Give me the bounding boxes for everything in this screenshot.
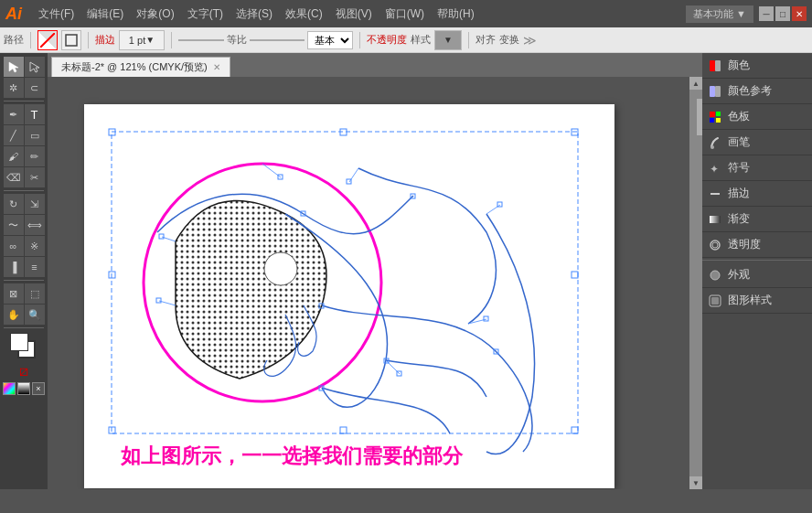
- swatches-icon: [708, 110, 722, 124]
- direct-select-tool[interactable]: [25, 57, 45, 77]
- close-button[interactable]: ✕: [792, 6, 807, 21]
- svg-rect-27: [156, 298, 161, 303]
- panel-stroke[interactable]: 描边: [702, 181, 812, 207]
- panel-transparency[interactable]: 透明度: [702, 232, 812, 258]
- menu-edit[interactable]: 编辑(E): [81, 5, 129, 24]
- stroke-base-select[interactable]: 基本: [307, 31, 353, 49]
- rect-tool[interactable]: ▭: [25, 125, 45, 145]
- svg-rect-21: [484, 316, 488, 321]
- workspace-button[interactable]: 基本功能 ▼: [686, 5, 753, 23]
- slice-tool[interactable]: ⊠: [4, 283, 24, 304]
- tool-row-7: ↻ ⇲: [4, 194, 45, 214]
- scroll-up-button[interactable]: ▲: [689, 77, 702, 90]
- align-label: 对齐: [475, 33, 496, 47]
- menu-view[interactable]: 视图(V): [330, 5, 378, 24]
- style-dropdown[interactable]: ▼: [434, 30, 462, 50]
- artboard-tool[interactable]: ⬚: [25, 283, 45, 304]
- pencil-tool[interactable]: ✏: [25, 146, 45, 166]
- ratio-label: 等比: [227, 33, 247, 47]
- stroke-color-swatch[interactable]: [37, 30, 58, 50]
- stroke-size-dropdown[interactable]: 1 pt ▼: [119, 30, 165, 50]
- svg-line-26: [159, 301, 176, 305]
- width-tool[interactable]: ⟺: [25, 215, 45, 235]
- right-controls: 基本功能 ▼ ─ □ ✕: [686, 5, 807, 23]
- svg-text:✦: ✦: [710, 163, 719, 175]
- menu-text[interactable]: 文字(T): [182, 5, 229, 24]
- gradient-mode-button[interactable]: [17, 382, 30, 395]
- panel-swatches[interactable]: 色板: [702, 104, 812, 130]
- graphic-styles-icon: [708, 294, 722, 308]
- color-mode-button[interactable]: [3, 382, 16, 395]
- tab-label: 未标题-2* @ 121% (CMYK/预览): [61, 60, 208, 74]
- rotate-tool[interactable]: ↻: [4, 194, 24, 214]
- menu-window[interactable]: 窗口(W): [379, 5, 430, 24]
- tool-row-3: ✒ T: [4, 104, 45, 124]
- symbol-tool[interactable]: ※: [25, 236, 45, 256]
- panel-color-label: 颜色: [728, 58, 750, 73]
- panel-color[interactable]: 颜色: [702, 53, 812, 79]
- column-chart-tool[interactable]: ▐: [4, 257, 24, 277]
- panel-brushes-label: 画笔: [728, 134, 750, 150]
- blend-tool[interactable]: ∞: [4, 236, 24, 256]
- minimize-button[interactable]: ─: [759, 6, 774, 21]
- none-mode-button[interactable]: ×: [32, 382, 45, 395]
- svg-rect-50: [711, 297, 719, 305]
- panel-color-ref[interactable]: 颜色参考: [702, 79, 812, 104]
- panel-appearance[interactable]: 外观: [702, 262, 812, 288]
- fill-swatch[interactable]: [10, 333, 28, 351]
- tool-row-11: ⊠ ⬚: [4, 283, 45, 304]
- canvas-scroll[interactable]: 如上图所示，一一选择我们需要的部分 ▲ ▼: [48, 77, 702, 489]
- eraser-tool[interactable]: ⌫: [4, 167, 24, 187]
- magic-wand-tool[interactable]: ✲: [4, 78, 24, 98]
- tool-row-10: ▐ ≡: [4, 257, 45, 277]
- panel-icon-right: ≫: [523, 33, 537, 48]
- none-swatch[interactable]: ⧄: [19, 363, 28, 379]
- tool-row-9: ∞ ※: [4, 236, 45, 256]
- tool-row-4: ╱ ▭: [4, 125, 45, 145]
- stroke-label[interactable]: 描边: [95, 33, 115, 47]
- hand-tool[interactable]: ✋: [4, 305, 24, 325]
- lasso-tool[interactable]: ⊂: [25, 78, 45, 98]
- menu-help[interactable]: 帮助(H): [432, 5, 480, 24]
- menu-object[interactable]: 对象(O): [131, 5, 179, 24]
- scroll-thumb[interactable]: [697, 99, 702, 135]
- shape-button[interactable]: [61, 30, 81, 50]
- canvas-area: 未标题-2* @ 121% (CMYK/预览) ✕: [48, 53, 702, 489]
- pen-tool[interactable]: ✒: [4, 104, 24, 124]
- color-mode-btns: ×: [3, 382, 45, 395]
- brush-tool[interactable]: 🖌: [4, 146, 24, 166]
- scissors-tool[interactable]: ✂: [25, 167, 45, 187]
- tool-sep-2: [4, 190, 44, 191]
- menu-select[interactable]: 选择(S): [230, 5, 278, 24]
- svg-point-48: [710, 271, 720, 280]
- panel-graphic-styles[interactable]: 图形样式: [702, 288, 812, 314]
- tool-row-1: [4, 57, 45, 77]
- menu-effect[interactable]: 效果(C): [280, 5, 328, 24]
- line-tool[interactable]: ╱: [4, 125, 24, 145]
- panel-brushes[interactable]: 画笔: [702, 130, 812, 155]
- bar-chart-tool[interactable]: ≡: [25, 257, 45, 277]
- document-tab[interactable]: 未标题-2* @ 121% (CMYK/预览) ✕: [51, 57, 230, 77]
- zoom-tool[interactable]: 🔍: [25, 305, 45, 325]
- tab-close-icon[interactable]: ✕: [213, 62, 220, 72]
- toolbar-sep-5: [468, 32, 469, 48]
- svg-rect-25: [159, 234, 164, 239]
- maximize-button[interactable]: □: [775, 6, 790, 21]
- tool-row-5: 🖌 ✏: [4, 146, 45, 166]
- svg-rect-37: [715, 86, 721, 97]
- scroll-down-button[interactable]: ▼: [689, 476, 702, 489]
- panel-gradient[interactable]: 渐变: [702, 207, 812, 232]
- menu-file[interactable]: 文件(F): [33, 5, 80, 24]
- opacity-label[interactable]: 不透明度: [367, 33, 407, 47]
- svg-rect-1: [66, 35, 77, 46]
- appearance-icon: [708, 268, 722, 283]
- panel-symbols[interactable]: ✦ 符号: [702, 155, 812, 181]
- svg-point-42: [710, 145, 714, 149]
- toolbar: 路径 描边 1 pt ▼ 等比 基本 不透明度 样式 ▼ 对齐 变换 ≫: [0, 27, 812, 53]
- window-buttons: ─ □ ✕: [759, 6, 807, 21]
- select-tool[interactable]: [4, 57, 24, 77]
- scale-tool[interactable]: ⇲: [25, 194, 45, 214]
- warp-tool[interactable]: 〜: [4, 215, 24, 235]
- vertical-scrollbar[interactable]: ▲ ▼: [689, 77, 702, 489]
- type-tool[interactable]: T: [25, 104, 45, 124]
